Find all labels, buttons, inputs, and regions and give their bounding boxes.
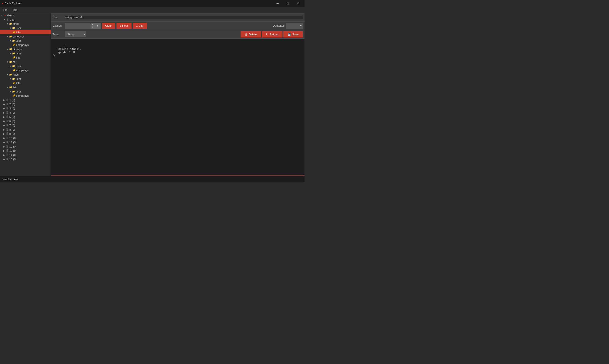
day-button[interactable]: 1 Day bbox=[133, 23, 147, 29]
sidebar-item-string-user-info[interactable]: 🔑 info bbox=[0, 30, 51, 34]
hour-button[interactable]: 1 Hour bbox=[117, 23, 132, 29]
db14-label: 14 (0) bbox=[9, 154, 16, 156]
sidebar-item-list-user[interactable]: ▼ 📁 user bbox=[0, 89, 51, 93]
folder-icon: 📁 bbox=[9, 86, 12, 89]
type-select[interactable]: String Hash List Set ZSet bbox=[65, 31, 86, 37]
folder-icon: 📁 bbox=[9, 73, 12, 76]
chevron-right-icon: ▶ bbox=[3, 120, 5, 122]
key-icon: 🔑 bbox=[12, 30, 16, 34]
sidebar-item-sortedset[interactable]: ▼ 📁 sortedset bbox=[0, 34, 51, 39]
sidebar-item-set-user-companys[interactable]: 🔑 companys bbox=[0, 68, 51, 72]
database-icon: 🗄 bbox=[5, 149, 9, 152]
urn-row: Urn bbox=[51, 13, 304, 22]
sidebar-item-db7[interactable]: ▶ 🗄 7 (0) bbox=[0, 123, 51, 127]
folder-icon: 📁 bbox=[12, 52, 15, 55]
db12-label: 12 (0) bbox=[9, 145, 16, 148]
sidebar-item-db2[interactable]: ▶ 🗄 2 (0) bbox=[0, 102, 51, 106]
sidebar-item-demo[interactable]: ▼ ● demo bbox=[0, 13, 51, 17]
reload-button[interactable]: ↻ Reload bbox=[262, 31, 282, 38]
sidebar-item-db1[interactable]: ▶ 🗄 1 (0) bbox=[0, 98, 51, 102]
database-icon: 🗄 bbox=[5, 111, 9, 114]
sidebar-item-db13[interactable]: ▶ 🗄 13 (0) bbox=[0, 149, 51, 153]
key-icon: 🔑 bbox=[12, 43, 16, 47]
database-icon: 🗄 bbox=[5, 124, 9, 127]
spinner-up-button[interactable]: ▲ bbox=[91, 23, 95, 26]
maximize-button[interactable]: □ bbox=[283, 0, 293, 7]
sidebar-item-sortedset-user[interactable]: ▼ 📁 user bbox=[0, 39, 51, 43]
clear-button[interactable]: Clear bbox=[102, 23, 115, 29]
minimize-button[interactable]: ─ bbox=[273, 0, 282, 7]
sidebar-item-set[interactable]: ▼ 📁 set bbox=[0, 60, 51, 64]
database-icon: 🗄 bbox=[5, 132, 9, 135]
db11-label: 11 (0) bbox=[9, 141, 16, 144]
sidebar-item-db4[interactable]: ▶ 🗄 4 (0) bbox=[0, 110, 51, 115]
chevron-down-icon: ▼ bbox=[9, 27, 12, 29]
menu-file[interactable]: File bbox=[1, 7, 10, 12]
string-user-label: user bbox=[16, 26, 21, 30]
set-user-companys-label: companys bbox=[16, 69, 29, 72]
menu-help[interactable]: Help bbox=[10, 7, 19, 12]
sidebar-item-db5[interactable]: ▶ 🗄 5 (0) bbox=[0, 115, 51, 119]
expires-dropdown-button[interactable]: ▼ bbox=[95, 23, 101, 29]
sidebar-item-bitmaps-user[interactable]: ▼ 📁 user bbox=[0, 51, 51, 55]
spinner-down-button[interactable]: ▼ bbox=[91, 26, 95, 29]
sidebar-item-db10[interactable]: ▶ 🗄 10 (0) bbox=[0, 136, 51, 140]
editor-area[interactable]: { "name": "Andi", "gender": 0 } bbox=[51, 39, 304, 175]
chevron-right-icon: ▶ bbox=[3, 124, 5, 127]
sidebar-item-hash-user-info[interactable]: 🔑 info bbox=[0, 81, 51, 85]
sidebar-item-hash[interactable]: ▼ 📁 hash bbox=[0, 72, 51, 77]
db1-label: 1 (0) bbox=[9, 98, 15, 102]
list-user-companys-label: companys bbox=[16, 94, 29, 97]
chevron-right-icon: ▶ bbox=[3, 154, 5, 156]
sidebar-item-sortedset-user-companys[interactable]: 🔑 companys bbox=[0, 43, 51, 47]
urn-input[interactable] bbox=[65, 16, 303, 19]
sidebar-item-db8[interactable]: ▶ 🗄 8 (0) bbox=[0, 127, 51, 132]
sidebar-item-string-user[interactable]: ▼ 📁 user bbox=[0, 26, 51, 30]
key-icon: 🔑 bbox=[12, 81, 16, 85]
chevron-right-icon: ▶ bbox=[3, 141, 5, 143]
chevron-down-icon: ▼ bbox=[9, 39, 12, 42]
sidebar-item-db9[interactable]: ▶ 🗄 9 (0) bbox=[0, 132, 51, 136]
sidebar-item-hash-user[interactable]: ▼ 📁 user bbox=[0, 77, 51, 81]
action-buttons: 🗑 Delete ↻ Reload 💾 Save bbox=[240, 31, 303, 38]
sidebar-item-string[interactable]: ▼ 📁 string bbox=[0, 22, 51, 26]
title-bar: ● Redis Explorer ─ □ ✕ bbox=[0, 0, 304, 7]
sidebar-item-db3[interactable]: ▶ 🗄 3 (0) bbox=[0, 106, 51, 110]
key-icon: 🔑 bbox=[12, 69, 16, 72]
db9-label: 9 (0) bbox=[9, 132, 15, 135]
sidebar-item-list-user-companys[interactable]: 🔑 companys bbox=[0, 93, 51, 98]
chevron-down-icon: ▼ bbox=[6, 35, 9, 38]
chevron-right-icon: ▶ bbox=[3, 107, 5, 110]
bitmaps-user-info-label: info bbox=[16, 56, 21, 59]
expires-spinners: ▲ ▼ bbox=[91, 23, 95, 29]
database-icon: 🗄 bbox=[5, 145, 9, 148]
db2-label: 2 (0) bbox=[9, 103, 15, 106]
sidebar-item-db6[interactable]: ▶ 🗄 6 (0) bbox=[0, 119, 51, 123]
database-select[interactable] bbox=[286, 23, 303, 29]
db6-label: 6 (0) bbox=[9, 119, 15, 123]
sidebar-item-db11[interactable]: ▶ 🗄 11 (0) bbox=[0, 140, 51, 144]
expires-input[interactable] bbox=[65, 23, 91, 29]
sidebar-item-set-user[interactable]: ▼ 📁 user bbox=[0, 64, 51, 68]
hash-user-label: user bbox=[16, 77, 21, 80]
save-button[interactable]: 💾 Save bbox=[283, 31, 303, 38]
db5-label: 5 (0) bbox=[9, 115, 15, 118]
sidebar-item-db15[interactable]: ▶ 🗄 15 (0) bbox=[0, 157, 51, 161]
toolbar: Urn Expires ▲ ▼ ▼ Clear 1 Hour 1 Day Dat… bbox=[51, 13, 304, 39]
database-icon: 🗄 bbox=[5, 136, 9, 140]
delete-button[interactable]: 🗑 Delete bbox=[240, 31, 261, 38]
sidebar-item-list[interactable]: ▼ 📁 list bbox=[0, 85, 51, 89]
sidebar-item-db14[interactable]: ▶ 🗄 14 (0) bbox=[0, 153, 51, 157]
app-icon: ● bbox=[2, 2, 3, 5]
sidebar-item-db12[interactable]: ▶ 🗄 12 (0) bbox=[0, 144, 51, 149]
close-button[interactable]: ✕ bbox=[293, 0, 303, 7]
folder-icon: 📁 bbox=[12, 77, 15, 80]
chevron-right-icon: ▶ bbox=[3, 112, 5, 114]
status-bar: Selected : info bbox=[0, 176, 304, 182]
sidebar-item-db0[interactable]: ▼ 🗄 0 (6) bbox=[0, 17, 51, 22]
sidebar-item-bitmaps[interactable]: ▼ 📁 bitmaps bbox=[0, 47, 51, 51]
menu-bar: File Help bbox=[0, 7, 304, 13]
database-icon: 🗄 bbox=[5, 128, 9, 131]
trash-icon: 🗑 bbox=[245, 33, 248, 36]
sidebar-item-bitmaps-user-info[interactable]: 🔑 info bbox=[0, 55, 51, 60]
